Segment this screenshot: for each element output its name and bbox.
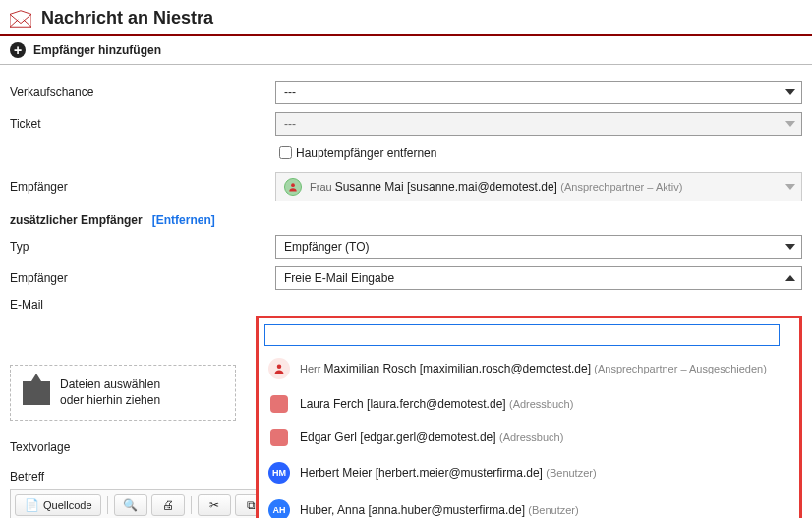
person-icon	[284, 178, 302, 196]
email-label: E-Mail	[10, 298, 275, 312]
suggestion-list[interactable]: HerrMaximilian Rosch [maximilian.rosch@d…	[261, 350, 797, 518]
cut-button[interactable]: ✂	[198, 494, 231, 516]
page-title: Nachricht an Niestra	[41, 8, 213, 29]
suggestion-item[interactable]: HMHerbert Meier [herbert.meier@musterfir…	[261, 454, 797, 491]
type-label: Typ	[10, 240, 275, 254]
remove-link[interactable]: [Entfernen]	[152, 213, 215, 227]
avatar	[268, 358, 290, 379]
source-icon: 📄	[24, 497, 39, 513]
email-input[interactable]	[265, 325, 779, 345]
print-button[interactable]: 🖨	[151, 494, 185, 516]
chevron-down-icon	[785, 184, 795, 190]
add-recipient-label: Empfänger hinzufügen	[33, 43, 161, 57]
remove-main-checkbox[interactable]	[279, 146, 292, 159]
suggestion-item[interactable]: AHHuber, Anna [anna.huber@musterfirma.de…	[261, 491, 797, 518]
additional-recipient-heading: zusätzlicher Empfänger	[10, 213, 143, 227]
recipient-label: Empfänger	[10, 180, 275, 194]
main-recipient-field[interactable]: Frau Susanne Mai [susanne.mai@demotest.d…	[275, 172, 802, 201]
mail-icon	[10, 10, 31, 28]
svg-point-1	[291, 183, 295, 187]
preview-icon: 🔍	[123, 497, 139, 513]
avatar: AH	[268, 499, 290, 518]
subject-label: Betreff	[10, 470, 246, 484]
upload-icon	[23, 381, 50, 405]
avatar	[270, 395, 288, 413]
ticket-label: Ticket	[10, 117, 275, 131]
type-select[interactable]: Empfänger (TO)	[275, 235, 802, 259]
suggestion-item[interactable]: HerrMaximilian Rosch [maximilian.rosch@d…	[261, 350, 797, 387]
preview-button[interactable]: 🔍	[114, 494, 147, 516]
print-icon: 🖨	[160, 497, 176, 513]
chevron-down-icon	[785, 89, 795, 95]
svg-point-2	[277, 365, 282, 370]
add-recipient-bar[interactable]: + Empfänger hinzufügen	[0, 36, 812, 65]
suggestion-item[interactable]: Edgar Gerl [edgar.gerl@demotest.de] (Adr…	[261, 421, 797, 454]
recipient2-label: Empfänger	[10, 271, 275, 285]
email-suggestion-dropdown: HerrMaximilian Rosch [maximilian.rosch@d…	[256, 316, 802, 518]
chevron-down-icon	[785, 121, 795, 127]
file-upload-dropzone[interactable]: Dateien auswählen oder hierhin ziehen	[10, 365, 236, 421]
remove-main-label: Hauptempfänger entfernen	[296, 146, 436, 160]
suggestion-item[interactable]: Laura Ferch [laura.ferch@demotest.de] (A…	[261, 387, 797, 421]
cut-icon: ✂	[206, 497, 222, 513]
ticket-select[interactable]: ---	[275, 112, 802, 136]
chevron-up-icon	[785, 275, 795, 281]
template-label: Textvorlage	[10, 440, 246, 454]
recipient2-select[interactable]: Freie E-Mail Eingabe	[275, 266, 802, 290]
plus-icon: +	[10, 42, 26, 58]
source-button[interactable]: 📄 Quellcode	[15, 494, 101, 516]
opportunity-label: Verkaufschance	[10, 86, 275, 99]
chevron-down-icon	[785, 244, 795, 250]
opportunity-select[interactable]: ---	[275, 81, 802, 104]
avatar	[270, 429, 288, 446]
avatar: HM	[268, 462, 290, 484]
